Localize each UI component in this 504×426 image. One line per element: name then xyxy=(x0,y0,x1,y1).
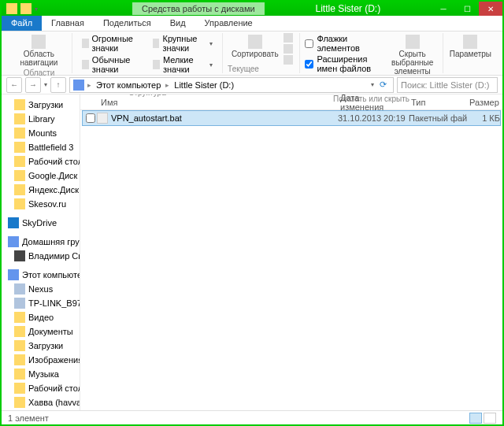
maximize-button[interactable]: ☐ xyxy=(455,2,479,16)
folder-icon xyxy=(14,312,25,323)
nav-tree[interactable]: Загрузки Library Mounts Battlefield 3 Ра… xyxy=(2,94,80,410)
tree-desktop[interactable]: Рабочий стол xyxy=(2,154,80,169)
params-icon xyxy=(463,35,477,49)
tab-home[interactable]: Главная xyxy=(42,16,94,31)
breadcrumb-dropdown[interactable]: ▾ xyxy=(371,81,374,88)
tree-images[interactable]: Изображения xyxy=(2,353,80,367)
large-icon xyxy=(153,39,159,48)
folder-icon xyxy=(14,383,25,394)
addcol-icon[interactable] xyxy=(284,44,293,54)
view-large[interactable]: Крупные значки▾ xyxy=(148,33,217,54)
tree-library[interactable]: Library xyxy=(2,112,80,126)
tree-docs[interactable]: Документы xyxy=(2,324,80,339)
view-medium[interactable]: Обычные значки xyxy=(77,54,146,75)
col-date[interactable]: Дата изменения xyxy=(335,94,406,112)
tree-desktop2[interactable]: Рабочий стол xyxy=(2,381,80,395)
ribbon: Область навигации Области Огромные значк… xyxy=(2,31,502,76)
view-small[interactable]: Мелкие значки▾ xyxy=(148,54,217,75)
col-type[interactable]: Тип xyxy=(406,98,465,107)
folder-icon xyxy=(14,198,25,209)
chk-extensions[interactable]: Расширения имен файлов xyxy=(305,54,380,74)
address-bar: ← → ▾ ↑ ▸ Этот компьютер ▸ Little Sister… xyxy=(2,76,502,94)
folder-icon xyxy=(14,340,25,351)
tree-gdisk[interactable]: Google.Диск xyxy=(2,169,80,183)
history-dropdown[interactable]: ▾ xyxy=(44,81,47,88)
folder-icon xyxy=(14,184,25,195)
tree-video[interactable]: Видео xyxy=(2,310,80,324)
folder-icon xyxy=(14,156,25,167)
tree-vladimir[interactable]: Владимир Скесо xyxy=(2,249,80,263)
up-button[interactable]: ↑ xyxy=(50,77,66,93)
tree-homegroup[interactable]: Домашняя группа xyxy=(2,235,80,249)
tab-file[interactable]: Файл xyxy=(2,16,42,31)
skydrive-icon xyxy=(8,217,19,228)
status-bar: 1 элемент xyxy=(2,410,502,424)
nav-panel-button[interactable]: Область навигации xyxy=(11,33,67,69)
qat-icon[interactable] xyxy=(20,3,32,14)
tab-view[interactable]: Вид xyxy=(161,16,195,31)
computer-icon xyxy=(73,80,84,91)
tree-mounts[interactable]: Mounts xyxy=(2,126,80,140)
bat-file-icon xyxy=(97,113,108,124)
refresh-button[interactable]: ⟳ xyxy=(376,78,390,92)
hide-icon xyxy=(406,35,420,49)
column-headers: Имя Дата изменения Тип Размер xyxy=(80,94,502,110)
minimize-button[interactable]: ─ xyxy=(432,2,455,16)
device-icon xyxy=(14,298,25,309)
tab-manage[interactable]: Управление xyxy=(195,16,262,31)
tree-thispc[interactable]: Этот компьютер xyxy=(2,268,80,282)
search-input[interactable]: Поиск: Little Sister (D:) xyxy=(397,77,498,93)
view-huge[interactable]: Огромные значки xyxy=(77,33,146,54)
tree-tplink[interactable]: TP-LINK_B9755A xyxy=(2,296,80,310)
file-checkbox[interactable] xyxy=(86,113,95,123)
context-tab[interactable]: Средства работы с дисками xyxy=(132,2,265,15)
tree-downloads[interactable]: Загрузки xyxy=(2,98,80,112)
file-name: VPN_autostart.bat xyxy=(111,113,338,123)
tab-share[interactable]: Поделиться xyxy=(94,16,161,31)
medium-icon xyxy=(82,60,89,69)
back-button[interactable]: ← xyxy=(6,77,22,93)
close-button[interactable]: ✕ xyxy=(479,2,502,16)
app-icon xyxy=(6,3,17,14)
group-icon[interactable] xyxy=(284,33,293,43)
col-size[interactable]: Размер xyxy=(465,98,502,107)
file-type: Пакетный файл ... xyxy=(409,113,467,123)
breadcrumb[interactable]: ▸ Этот компьютер ▸ Little Sister (D:) ▾ … xyxy=(69,77,394,93)
nav-panel-icon xyxy=(32,35,46,49)
sort-button[interactable]: Сортировать xyxy=(230,33,280,65)
forward-button[interactable]: → xyxy=(25,77,41,93)
crumb-root[interactable]: Этот компьютер xyxy=(94,80,162,90)
crumb-current[interactable]: Little Sister (D:) xyxy=(172,80,235,90)
file-list: Имя Дата изменения Тип Размер VPN_autost… xyxy=(80,94,502,410)
folder-icon xyxy=(14,354,25,365)
tree-music[interactable]: Музыка xyxy=(2,367,80,381)
chk-item-flags[interactable]: Флажки элементов xyxy=(305,33,380,54)
file-row[interactable]: VPN_autostart.bat 31.10.2013 20:19 Пакет… xyxy=(82,110,501,126)
tree-skesov[interactable]: Skesov.ru xyxy=(2,197,80,211)
titlebar[interactable]: ▾ Средства работы с дисками Little Siste… xyxy=(2,2,502,16)
qat-dropdown[interactable]: ▾ xyxy=(35,6,38,13)
details-view-button[interactable] xyxy=(469,413,482,424)
tree-nexus[interactable]: Nexus xyxy=(2,282,80,296)
tree-havva[interactable]: Хавва (havva) xyxy=(2,395,80,409)
tree-bf3[interactable]: Battlefield 3 xyxy=(2,140,80,154)
folder-icon xyxy=(14,170,25,181)
thumbnails-view-button[interactable] xyxy=(484,413,496,424)
folder-icon xyxy=(14,113,25,124)
window-title: Little Sister (D:) xyxy=(265,3,432,14)
folder-icon xyxy=(14,326,25,337)
small-icon xyxy=(153,60,160,69)
menubar: Файл Главная Поделиться Вид Управление xyxy=(2,16,502,31)
folder-icon xyxy=(14,369,25,380)
status-text: 1 элемент xyxy=(8,413,49,423)
folder-icon xyxy=(14,99,25,110)
folder-icon xyxy=(14,142,25,153)
col-name[interactable]: Имя xyxy=(96,98,335,107)
file-date: 31.10.2013 20:19 xyxy=(338,113,409,123)
params-button[interactable]: Параметры xyxy=(448,33,493,60)
tree-skydrive[interactable]: SkyDrive xyxy=(2,216,80,230)
fitcol-icon[interactable] xyxy=(284,55,293,65)
tree-ydisk[interactable]: Яндекс.Диск xyxy=(2,183,80,197)
folder-icon xyxy=(14,128,25,139)
tree-downloads2[interactable]: Загрузки xyxy=(2,339,80,353)
